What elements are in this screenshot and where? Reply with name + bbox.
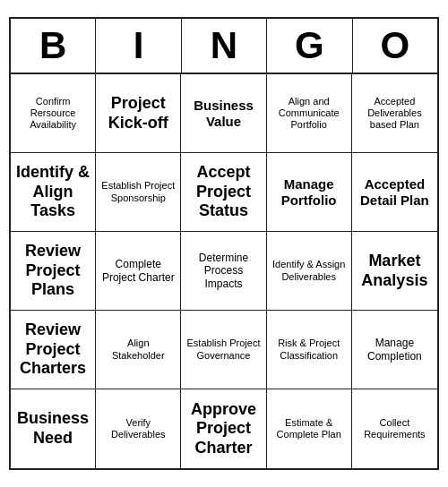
header-letter-g: G [267, 19, 352, 73]
cell-text-17: Establish Project Governance [185, 337, 262, 361]
bingo-cell-9: Accepted Detail Plan [352, 153, 437, 232]
cell-text-22: Approve Project Charter [185, 400, 262, 458]
bingo-card: BINGO Confirm Rersource AvailabilityProj… [9, 17, 439, 470]
cell-text-12: Determine Process Impacts [185, 252, 262, 290]
bingo-cell-14: Market Analysis [352, 232, 437, 311]
bingo-cell-23: Estimate & Complete Plan [267, 389, 352, 468]
bingo-grid: Confirm Rersource AvailabilityProject Ki… [11, 74, 437, 468]
bingo-cell-7: Accept Project Status [181, 153, 266, 232]
bingo-cell-17: Establish Project Governance [181, 311, 266, 389]
cell-text-0: Confirm Rersource Availability [14, 96, 91, 132]
header-letter-i: I [96, 19, 181, 73]
cell-text-20: Business Need [14, 409, 91, 448]
bingo-cell-20: Business Need [11, 389, 96, 468]
bingo-cell-19: Manage Completion [352, 311, 437, 389]
cell-text-11: Complete Project Charter [99, 258, 177, 284]
cell-text-23: Estimate & Complete Plan [271, 417, 348, 440]
cell-text-21: Verify Deliverables [99, 417, 177, 440]
cell-text-19: Manage Completion [356, 337, 434, 363]
cell-text-24: Collect Requirements [356, 417, 434, 440]
cell-text-3: Align and Communicate Portfolio [271, 96, 348, 132]
bingo-cell-13: Identify & Assign Deliverables [267, 232, 352, 311]
bingo-cell-3: Align and Communicate Portfolio [267, 74, 352, 153]
bingo-cell-24: Collect Requirements [352, 389, 437, 468]
bingo-cell-18: Risk & Project Classification [267, 311, 352, 389]
cell-text-6: Establish Project Sponsorship [99, 180, 177, 203]
bingo-cell-2: Business Value [181, 74, 266, 153]
cell-text-10: Review Project Plans [14, 242, 91, 300]
bingo-cell-21: Verify Deliverables [96, 389, 181, 468]
cell-text-16: Align Stakeholder [99, 337, 177, 361]
cell-text-4: Accepted Deliverables based Plan [356, 96, 434, 132]
bingo-cell-4: Accepted Deliverables based Plan [352, 74, 437, 153]
cell-text-15: Review Project Charters [14, 320, 91, 379]
cell-text-9: Accepted Detail Plan [356, 176, 434, 209]
cell-text-5: Identify & Align Tasks [14, 163, 91, 221]
cell-text-14: Market Analysis [356, 252, 434, 290]
header-letter-o: O [353, 19, 437, 73]
cell-text-2: Business Value [185, 98, 262, 130]
cell-text-13: Identify & Assign Deliverables [271, 259, 348, 282]
bingo-header: BINGO [11, 19, 437, 74]
bingo-cell-11: Complete Project Charter [96, 232, 181, 311]
cell-text-1: Project Kick-off [99, 94, 177, 132]
cell-text-7: Accept Project Status [185, 163, 262, 221]
bingo-cell-0: Confirm Rersource Availability [11, 74, 96, 153]
cell-text-18: Risk & Project Classification [271, 337, 348, 361]
bingo-cell-5: Identify & Align Tasks [11, 153, 96, 232]
bingo-cell-12: Determine Process Impacts [181, 232, 266, 311]
bingo-cell-15: Review Project Charters [11, 311, 96, 389]
header-letter-b: B [11, 19, 96, 73]
bingo-cell-8: Manage Portfolio [267, 153, 352, 232]
bingo-cell-6: Establish Project Sponsorship [96, 153, 181, 232]
cell-text-8: Manage Portfolio [271, 176, 348, 209]
bingo-cell-1: Project Kick-off [96, 74, 181, 153]
header-letter-n: N [182, 19, 267, 73]
bingo-cell-22: Approve Project Charter [181, 389, 266, 468]
bingo-cell-10: Review Project Plans [11, 232, 96, 311]
bingo-cell-16: Align Stakeholder [96, 311, 181, 389]
